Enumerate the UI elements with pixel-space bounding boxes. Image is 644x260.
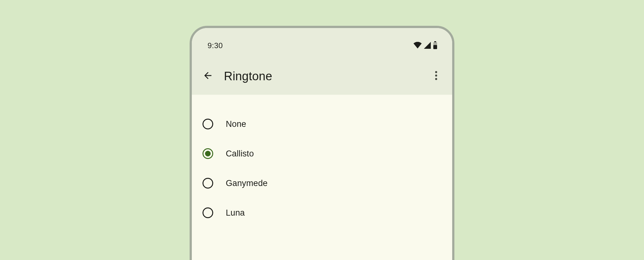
more-vert-icon xyxy=(435,71,437,82)
ringtone-option-label: Ganymede xyxy=(226,178,268,188)
status-time: 9:30 xyxy=(208,41,223,50)
ringtone-list: None Callisto Ganymede Luna xyxy=(192,95,452,228)
svg-point-3 xyxy=(435,71,437,73)
app-bar: Ringtone xyxy=(192,63,452,95)
back-button[interactable] xyxy=(201,69,215,83)
svg-point-4 xyxy=(435,75,437,76)
ringtone-option-none[interactable]: None xyxy=(192,109,452,139)
ringtone-option-luna[interactable]: Luna xyxy=(192,198,452,228)
ringtone-option-label: Luna xyxy=(226,208,245,218)
page-title: Ringtone xyxy=(224,70,429,83)
status-icons xyxy=(413,41,438,49)
status-bar: 9:30 xyxy=(192,28,452,63)
wifi-icon xyxy=(413,42,422,49)
svg-rect-2 xyxy=(433,45,437,49)
overflow-menu-button[interactable] xyxy=(429,69,443,83)
radio-button[interactable] xyxy=(203,148,213,159)
svg-rect-0 xyxy=(434,41,436,42)
ringtone-option-callisto[interactable]: Callisto xyxy=(192,139,452,168)
radio-button[interactable] xyxy=(203,119,213,129)
phone-frame: 9:30 Ringtone xyxy=(190,26,454,260)
radio-button[interactable] xyxy=(203,207,213,218)
ringtone-option-label: None xyxy=(226,119,246,129)
arrow-back-icon xyxy=(203,70,213,82)
svg-point-5 xyxy=(435,78,437,80)
cellular-signal-icon xyxy=(423,42,431,49)
ringtone-option-ganymede[interactable]: Ganymede xyxy=(192,168,452,198)
radio-button[interactable] xyxy=(203,178,213,189)
ringtone-option-label: Callisto xyxy=(226,149,254,159)
battery-icon xyxy=(433,41,438,49)
